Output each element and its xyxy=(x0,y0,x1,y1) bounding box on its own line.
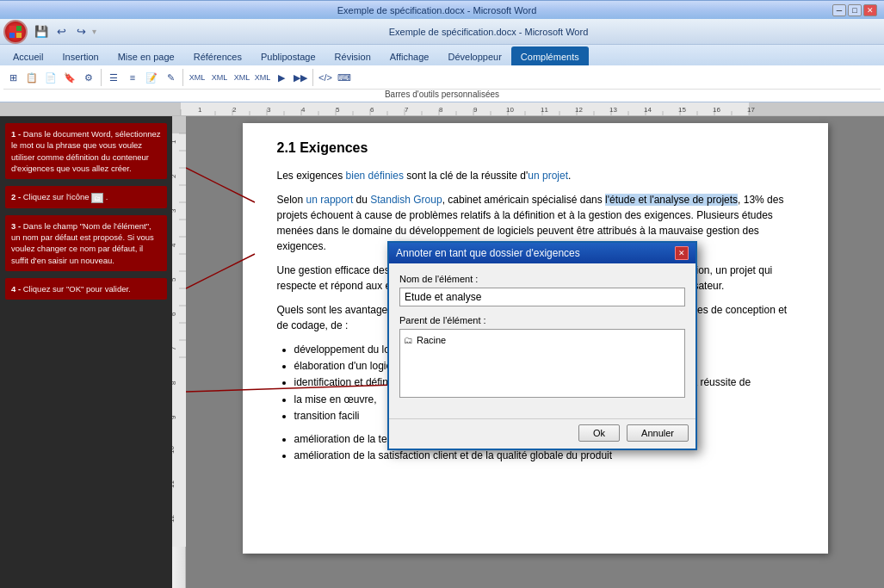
dialog-titlebar: Annoter en tant que dossier d'exigences … xyxy=(389,243,695,263)
cancel-button[interactable]: Annuler xyxy=(627,424,689,442)
tb-btn-3[interactable]: 📄 xyxy=(41,68,60,87)
horizontal-ruler: 1 2 3 4 5 6 7 8 9 10 11 12 13 14 15 16 1… xyxy=(0,102,884,116)
dialog-close-button[interactable]: ✕ xyxy=(675,246,689,260)
tab-developpeur[interactable]: Développeur xyxy=(438,46,510,65)
instr-num-4: 4 - xyxy=(11,284,23,294)
tb-btn-13[interactable]: XML xyxy=(253,68,272,87)
tb-btn-15[interactable]: ▶▶ xyxy=(291,68,310,87)
tab-revision[interactable]: Révision xyxy=(325,46,380,65)
ruler-marks: 1 2 3 4 5 6 7 8 9 10 11 12 13 14 15 16 1… xyxy=(0,102,884,115)
svg-text:6: 6 xyxy=(370,106,374,114)
save-quick-btn[interactable]: 💾 xyxy=(33,24,50,40)
svg-text:10: 10 xyxy=(506,106,514,114)
instr-num-3: 3 - xyxy=(11,221,23,231)
ribbon-tabs: Accueil Insertion Mise en page Référence… xyxy=(0,45,884,65)
svg-text:1: 1 xyxy=(172,139,177,144)
tab-insertion[interactable]: Insertion xyxy=(53,46,108,65)
svg-text:8: 8 xyxy=(439,106,443,114)
tb-btn-7[interactable]: ≡ xyxy=(123,68,142,87)
tb-btn-6[interactable]: ☰ xyxy=(104,68,123,87)
svg-text:7: 7 xyxy=(172,346,177,350)
minimize-button[interactable]: ─ xyxy=(832,4,846,16)
tb-btn-14[interactable]: ▶ xyxy=(272,68,291,87)
title-bar-text: Exemple de spécification.docx - Microsof… xyxy=(41,5,832,15)
link-bien-definies[interactable]: bien définies xyxy=(346,170,404,182)
tb-btn-17[interactable]: ⌨ xyxy=(335,68,354,87)
instr-num-2: 2 - xyxy=(11,192,23,201)
tb-btn-12[interactable]: XML xyxy=(231,68,253,87)
tab-misepage[interactable]: Mise en page xyxy=(108,46,184,65)
tb-btn-2[interactable]: 📋 xyxy=(22,68,41,87)
instr-text-1: Dans le document Word, sélectionnez le m… xyxy=(11,129,161,173)
instr-text-4: Cliquez sur "OK" pour valider. xyxy=(23,284,131,294)
dialog-buttons: Ok Annuler xyxy=(389,418,695,449)
separator xyxy=(101,69,102,86)
tab-complements[interactable]: Compléments xyxy=(511,46,589,65)
instruction-4: 4 - Cliquez sur "OK" pour valider. xyxy=(5,278,167,300)
instruction-3: 3 - Dans le champ "Nom de l'élément", un… xyxy=(5,215,167,271)
toolbar-area: ⊞ 📋 📄 🔖 ⚙ ☰ ≡ 📝 ✎ XML XML XML XML ▶ ▶▶ <… xyxy=(0,65,884,102)
svg-text:5: 5 xyxy=(336,106,340,114)
tb-btn-5[interactable]: ⚙ xyxy=(79,68,98,87)
link-standish[interactable]: Standish Group xyxy=(370,194,442,206)
svg-rect-5 xyxy=(0,102,181,116)
highlight-etude: l'étude et l'analyse de projets xyxy=(605,194,738,206)
svg-text:12: 12 xyxy=(172,515,176,523)
tb-btn-10[interactable]: XML xyxy=(186,68,208,87)
instr-text-3: Dans le champ "Nom de l'élément", un nom… xyxy=(11,221,154,265)
tb-btn-9[interactable]: ✎ xyxy=(161,68,180,87)
separator3 xyxy=(312,69,313,86)
svg-text:13: 13 xyxy=(609,106,617,114)
dialog-annoter[interactable]: Annoter en tant que dossier d'exigences … xyxy=(387,241,697,450)
svg-rect-2 xyxy=(9,33,15,38)
v-ruler-svg: 1 2 3 4 5 6 7 8 9 10 11 12 xyxy=(172,116,186,547)
svg-text:1: 1 xyxy=(198,106,202,114)
tab-references[interactable]: Références xyxy=(184,46,251,65)
app-title: Exemple de spécification.docx - Microsof… xyxy=(96,27,881,37)
tb-btn-8[interactable]: 📝 xyxy=(142,68,161,87)
office-bar: 💾 ↩ ↪ ▾ Exemple de spécification.docx - … xyxy=(0,19,884,45)
parent-tree[interactable]: 🗂 Racine xyxy=(399,329,685,398)
svg-text:7: 7 xyxy=(405,106,409,114)
svg-text:17: 17 xyxy=(747,106,755,114)
doc-para1: Les exigences bien définies sont la clé … xyxy=(277,168,794,183)
instruction-1: 1 - Dans le document Word, sélectionnez … xyxy=(5,123,167,179)
close-button[interactable]: ✕ xyxy=(863,4,877,16)
tb-btn-16[interactable]: </> xyxy=(316,68,335,87)
svg-text:11: 11 xyxy=(541,106,548,114)
svg-text:4: 4 xyxy=(172,243,177,247)
dialog-body: Nom de l'élément : Parent de l'élément :… xyxy=(389,263,695,418)
svg-text:4: 4 xyxy=(301,106,306,114)
office-button[interactable] xyxy=(3,20,28,44)
svg-rect-3 xyxy=(16,33,22,38)
ruler-svg: 1 2 3 4 5 6 7 8 9 10 11 12 13 14 15 16 1… xyxy=(0,102,884,116)
link-un-projet[interactable]: un projet xyxy=(528,170,568,182)
document-area[interactable]: 2.1 Exigences Les exigences bien définie… xyxy=(186,116,884,588)
tb-btn-1[interactable]: ⊞ xyxy=(3,68,22,87)
link-un-rapport[interactable]: un rapport xyxy=(306,194,354,206)
nom-input[interactable] xyxy=(399,288,685,306)
instruction-2: 2 - Cliquez sur l'icône 🗂 . xyxy=(5,186,167,207)
svg-text:15: 15 xyxy=(678,106,686,114)
tab-affichage[interactable]: Affichage xyxy=(380,46,439,65)
vertical-ruler: 1 2 3 4 5 6 7 8 9 10 11 12 xyxy=(172,116,186,588)
instr-text-2: Cliquez sur l'icône xyxy=(23,192,90,201)
svg-text:3: 3 xyxy=(267,106,271,114)
main-layout: 1 - Dans le document Word, sélectionnez … xyxy=(0,116,884,588)
tb-btn-11[interactable]: XML xyxy=(208,68,231,87)
tab-publipostage[interactable]: Publipostage xyxy=(251,46,325,65)
tab-accueil[interactable]: Accueil xyxy=(3,46,53,65)
instr-text-2b: . xyxy=(106,192,108,201)
tree-item-racine[interactable]: 🗂 Racine xyxy=(404,333,681,347)
svg-text:2: 2 xyxy=(172,174,177,178)
undo-btn[interactable]: ↩ xyxy=(53,24,70,40)
svg-text:16: 16 xyxy=(713,106,720,114)
redo-btn[interactable]: ↪ xyxy=(72,24,90,40)
ok-button[interactable]: Ok xyxy=(578,424,620,442)
separator2 xyxy=(182,69,183,86)
restore-button[interactable]: □ xyxy=(848,4,862,16)
svg-text:3: 3 xyxy=(172,208,177,213)
tb-btn-4[interactable]: 🔖 xyxy=(60,68,79,87)
parent-label: Parent de l'élément : xyxy=(399,315,685,325)
doc-heading: 2.1 Exigences xyxy=(277,140,794,156)
